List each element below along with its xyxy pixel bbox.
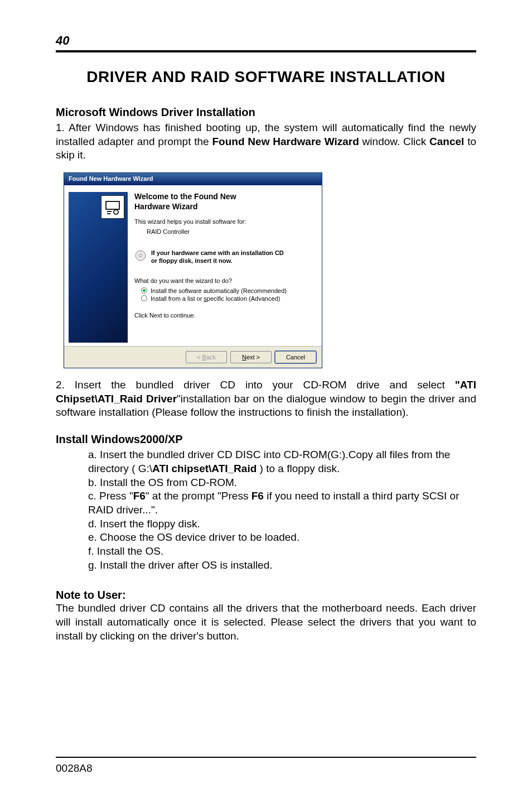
wizard-body: Welcome to the Found New Hardware Wizard… <box>64 185 322 346</box>
para2-text-a: 2. Insert the bundled driver CD into you… <box>56 379 455 391</box>
wizard-helps-text: This wizard helps you install software f… <box>134 218 315 225</box>
install-steps: a. Insert the bundled driver CD DISC int… <box>88 448 476 572</box>
wizard-welcome-l2: Hardware Wizard <box>134 202 197 211</box>
step-g: g. Install the driver after OS is instal… <box>88 559 476 573</box>
para1-text-b: window. Click <box>359 136 429 147</box>
step-a: a. Insert the bundled driver CD DISC int… <box>88 448 476 475</box>
step-e: e. Choose the OS device driver to be loa… <box>88 531 476 545</box>
wizard-screenshot: Found New Hardware Wizard Welcome to the… <box>64 172 476 368</box>
next-post: ext > <box>246 354 260 360</box>
wizard-option-specific-label: Install from a list or specific location… <box>151 295 280 302</box>
svg-rect-0 <box>106 201 119 209</box>
paragraph-1: 1. After Windows has finished booting up… <box>56 121 476 162</box>
main-title: DRIVER AND RAID SOFTWARE INSTALLATION <box>56 68 476 86</box>
page-number: 40 <box>56 33 476 48</box>
wizard-welcome: Welcome to the Found New Hardware Wizard <box>134 192 315 211</box>
step-f: f. Install the OS. <box>88 545 476 559</box>
wizard-continue-text: Click Next to continue. <box>134 312 315 319</box>
note-body: The bundled driver CD contains all the d… <box>56 602 476 643</box>
wizard-option-specific[interactable]: Install from a list or specific location… <box>141 295 315 302</box>
wizard-option-auto-label: Install the software automatically (Reco… <box>151 287 287 294</box>
section-heading-install-win: Install Windows2000/XP <box>56 433 476 446</box>
top-rule <box>56 50 476 52</box>
radio-unchecked-icon <box>141 295 147 301</box>
back-post: ack <box>206 354 216 360</box>
opt2-pre: Install from a list or <box>151 295 204 302</box>
hardware-icon <box>101 195 124 219</box>
step-c-bold2: F6 <box>252 490 264 502</box>
note-heading: Note to User: <box>56 589 476 602</box>
wizard-cd-row: If your hardware came with an installati… <box>134 249 315 265</box>
next-key: N <box>242 354 246 360</box>
next-button[interactable]: Next > <box>230 351 272 363</box>
wizard-question: What do you want the wizard to do? <box>134 277 315 284</box>
wizard-sidebar <box>69 192 128 343</box>
step-a-post: ) to a floppy disk. <box>257 463 340 474</box>
wizard-sidebar-graphic <box>69 192 128 343</box>
wizard-welcome-l1: Welcome to the Found New <box>134 192 236 201</box>
step-d: d. Insert the floppy disk. <box>88 517 476 531</box>
wizard-window: Found New Hardware Wizard Welcome to the… <box>64 172 322 368</box>
para1-bold-cancel: Cancel <box>429 136 464 147</box>
wizard-cd-l2: or floppy disk, insert it now. <box>151 257 233 264</box>
cd-icon <box>134 249 147 262</box>
paragraph-2: 2. Insert the bundled driver CD into you… <box>56 378 476 420</box>
back-pre: < <box>197 354 202 360</box>
wizard-cd-l1: If your hardware came with an installati… <box>151 249 284 256</box>
radio-checked-icon <box>141 287 147 294</box>
step-c-pre: c. Press " <box>88 490 133 502</box>
step-c: c. Press "F6" at the prompt "Press F6 if… <box>88 489 476 517</box>
wizard-option-auto[interactable]: Install the software automatically (Reco… <box>141 287 315 294</box>
wizard-footer: < Back Next > Cancel <box>64 346 322 368</box>
back-key: B <box>202 354 206 360</box>
cancel-button[interactable]: Cancel <box>275 351 316 363</box>
step-c-bold1: F6 <box>133 490 146 502</box>
svg-point-1 <box>114 210 118 214</box>
wizard-titlebar: Found New Hardware Wizard <box>64 173 322 185</box>
step-a-bold: ATI chipset\ATI_Raid <box>152 463 257 474</box>
para1-bold-wizard: Found New Hardware Wizard <box>212 136 359 147</box>
step-c-mid: " at the prompt "Press <box>146 490 252 502</box>
step-b: b. Install the OS from CD-ROM. <box>88 476 476 490</box>
wizard-device-name: RAID Controller <box>147 228 315 235</box>
footer-code: 0028A8 <box>56 762 93 775</box>
back-button[interactable]: < Back <box>186 351 227 363</box>
opt2-post: pecific location (Advanced) <box>207 295 280 302</box>
svg-point-3 <box>139 254 142 257</box>
wizard-content: Welcome to the Found New Hardware Wizard… <box>134 192 315 343</box>
wizard-cd-text: If your hardware came with an installati… <box>151 249 284 265</box>
section-heading-ms-windows: Microsoft Windows Driver Installation <box>56 106 476 119</box>
footer-rule <box>56 757 476 758</box>
